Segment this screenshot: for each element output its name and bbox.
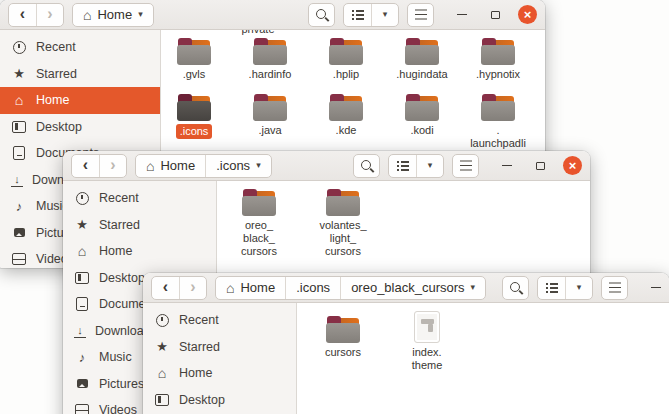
back-icon: ‹ [83,157,88,173]
file-item[interactable]: .hypnotix [460,38,536,81]
menu-button[interactable] [407,3,434,27]
document-icon [74,296,90,312]
view-options-button[interactable]: ▾ [371,4,398,26]
file-manager-window-oreo-black-cursors: ‹ › ⌂ Home .icons oreo_black_cursors ▾ ▾ [143,273,669,414]
maximize-button[interactable] [530,156,550,176]
forward-button[interactable]: › [179,277,206,299]
icon-box [326,311,360,343]
menu-button[interactable] [601,276,628,300]
sidebar-item-home[interactable]: ⌂Home [63,238,216,265]
video-icon [11,251,27,267]
sidebar-item-starred[interactable]: ★Starred [143,334,296,361]
folder-icon [405,94,439,121]
search-icon [508,280,524,296]
nav-buttons: ‹ › [151,276,207,300]
close-button[interactable]: × [563,156,582,175]
search-button[interactable] [308,3,335,27]
sidebar-item-recent[interactable]: Recent [63,185,216,212]
sidebar-item-home[interactable]: ⌂Home [0,87,160,114]
text-file-icon [414,311,440,343]
close-icon: × [524,8,532,21]
file-item[interactable]: .hardinfo [232,38,308,81]
breadcrumb-icons[interactable]: .icons [285,277,340,299]
forward-button[interactable]: › [36,4,63,26]
search-button[interactable] [353,154,380,178]
folder-icon [329,38,363,65]
sidebar-item-desktop[interactable]: Desktop [0,114,160,141]
file-item[interactable]: oreo_ black_ cursors [217,189,301,258]
forward-button[interactable]: › [99,155,126,177]
sidebar-item-home[interactable]: ⌂Home [143,360,296,387]
folder-icon [481,38,515,65]
file-item-selected[interactable]: .icons [161,94,232,139]
file-label: .hplip [333,68,359,81]
back-button[interactable]: ‹ [72,155,99,177]
minimize-button[interactable] [497,156,517,176]
menu-button[interactable] [452,154,479,178]
folder-icon [405,38,439,65]
file-item[interactable]: index. theme [385,311,469,372]
sidebar-item-starred[interactable]: ★Starred [0,61,160,88]
folder-icon [177,38,211,65]
back-button[interactable]: ‹ [152,277,179,299]
list-view-button[interactable] [344,4,371,26]
sidebar-item-label: Pictures [99,377,144,391]
breadcrumb-home[interactable]: ⌂ Home [136,155,205,177]
file-item[interactable]: .hugindata [384,38,460,81]
home-icon: ⌂ [74,243,90,259]
search-button[interactable] [502,276,529,300]
file-item[interactable]: .java [232,94,308,137]
sidebar-item-label: Starred [36,67,77,81]
file-item[interactable]: .kodi [384,94,460,137]
file-label: .icons [176,124,213,139]
files-view[interactable]: cursors index. theme [297,303,669,414]
hamburger-menu-icon [460,165,472,167]
folder-icon [253,38,287,65]
breadcrumb-oreo-black-cursors[interactable]: oreo_black_cursors ▾ [340,277,485,299]
sidebar-item-recent[interactable]: Recent [0,34,160,61]
sidebar-item-label: Starred [179,340,220,354]
sidebar-item-starred[interactable]: ★Starred [63,212,216,239]
chevron-down-icon: ▾ [383,10,388,19]
file-item[interactable]: .hplip [308,38,384,81]
view-toggle: ▾ [537,276,593,300]
close-button[interactable]: × [518,5,537,24]
sidebar-item-label: Recent [99,191,139,205]
back-button[interactable]: ‹ [9,4,36,26]
breadcrumb-label: Home [240,280,275,295]
file-item[interactable]: cursors [301,311,385,359]
view-options-button[interactable]: ▾ [416,155,443,177]
list-view-button[interactable] [389,155,416,177]
download-icon [11,173,23,187]
view-options-button[interactable]: ▾ [565,277,592,299]
breadcrumb-home[interactable]: ⌂ Home [216,277,285,299]
download-icon [74,324,86,338]
home-icon: ⌂ [83,8,91,22]
sidebar-item-desktop[interactable]: Desktop [143,387,296,414]
sidebar-item-label: Home [179,366,212,380]
file-item[interactable]: . launchpadli [460,94,536,150]
files-row: .gvls .hardinfo .hplip .hugindata .hypno… [161,38,545,81]
forward-icon: › [47,6,52,22]
clock-icon [74,190,90,206]
sidebar-item-recent[interactable]: Recent [143,307,296,334]
picture-icon [74,376,90,392]
breadcrumb-home[interactable]: ⌂ Home ▾ [73,4,153,26]
sidebar-item-label: Desktop [179,393,225,407]
minimize-button[interactable] [646,278,666,298]
maximize-button[interactable] [485,5,505,25]
files-row: cursors index. theme [301,311,669,372]
close-icon: × [569,159,577,172]
file-item[interactable]: .kde [308,94,384,137]
home-icon: ⌂ [146,159,154,173]
chevron-down-icon: ▾ [256,161,261,170]
sidebar-item-label: Desktop [36,120,82,134]
minimize-button[interactable] [452,5,472,25]
search-icon [314,7,330,23]
folder-icon [329,94,363,121]
file-item[interactable]: volantes_ light_ cursors [301,189,385,258]
list-view-button[interactable] [538,277,565,299]
breadcrumb-icons[interactable]: .icons ▾ [205,155,271,177]
file-label: cursors [325,346,361,359]
file-item[interactable]: .gvls [161,38,232,81]
